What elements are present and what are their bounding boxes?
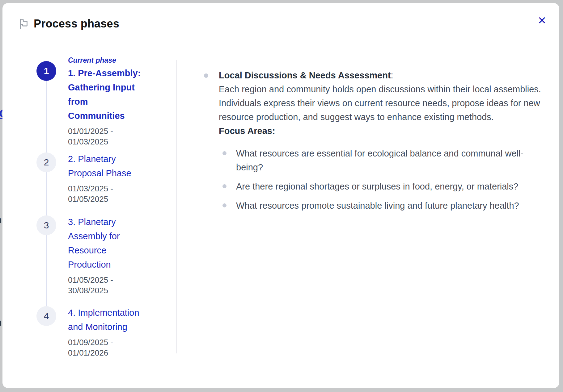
step-4-dates: 01/09/2025 - 01/01/2026 bbox=[68, 337, 146, 358]
section-paragraph: Each region and community holds open dis… bbox=[219, 82, 551, 124]
detail-text-block: Local Discussions & Needs Assessment: Ea… bbox=[219, 69, 552, 138]
bullet-icon bbox=[222, 151, 226, 155]
stepper-step-2[interactable]: 2 2. Planetary Proposal Phase 01/03/2025… bbox=[36, 152, 146, 204]
focus-areas-list: What resources are essential for ecologi… bbox=[222, 147, 552, 213]
phase-stepper: 1 Current phase 1. Pre-Assembly: Gatheri… bbox=[36, 56, 155, 359]
focus-area-text: Are there regional shortages or surpluse… bbox=[236, 181, 518, 191]
focus-area-item: What resources are essential for ecologi… bbox=[222, 147, 541, 174]
stepper-step-4[interactable]: 4 4. Implementation and Monitoring 01/09… bbox=[36, 306, 146, 358]
current-phase-badge: Current phase bbox=[68, 56, 146, 65]
stepper-step-3[interactable]: 3 3. Planetary Assembly for Resource Pro… bbox=[36, 215, 146, 296]
section-heading-colon: : bbox=[391, 70, 393, 80]
step-4-title[interactable]: 4. Implementation and Monitoring bbox=[68, 306, 146, 334]
step-2-text: 2. Planetary Proposal Phase 01/03/2025 -… bbox=[68, 152, 146, 204]
step-3-title[interactable]: 3. Planetary Assembly for Resource Produ… bbox=[68, 215, 146, 272]
step-3-text: 3. Planetary Assembly for Resource Produ… bbox=[68, 215, 146, 296]
section-heading: Local Discussions & Needs Assessment bbox=[219, 70, 391, 80]
bullet-icon bbox=[204, 73, 208, 78]
step-2-circle[interactable]: 2 bbox=[36, 152, 56, 172]
focus-area-text: What resources are essential for ecologi… bbox=[236, 148, 523, 172]
step-4-text: 4. Implementation and Monitoring 01/09/2… bbox=[68, 306, 146, 358]
step-4-circle[interactable]: 4 bbox=[36, 306, 56, 326]
background-text-fragment: n bbox=[0, 317, 2, 328]
column-separator bbox=[176, 60, 177, 353]
bullet-icon bbox=[222, 184, 226, 188]
focus-area-item: What resources promote sustainable livin… bbox=[222, 199, 541, 213]
step-2-dates: 01/03/2025 - 01/05/2025 bbox=[68, 183, 146, 204]
step-3-dates: 01/05/2025 - 30/08/2025 bbox=[68, 275, 146, 296]
step-1-title[interactable]: 1. Pre-Assembly: Gathering Input from Co… bbox=[68, 66, 146, 123]
step-2-title[interactable]: 2. Planetary Proposal Phase bbox=[68, 152, 146, 180]
modal-title: Process phases bbox=[34, 17, 119, 30]
modal-header: Process phases ✕ bbox=[2, 3, 559, 37]
process-phases-modal: Process phases ✕ 1 Current phase 1. Pre-… bbox=[2, 3, 559, 388]
flag-icon bbox=[17, 17, 30, 30]
bullet-icon bbox=[222, 203, 226, 207]
stepper-step-1[interactable]: 1 Current phase 1. Pre-Assembly: Gatheri… bbox=[36, 56, 146, 147]
step-1-text: Current phase 1. Pre-Assembly: Gathering… bbox=[68, 56, 146, 147]
background-text-fragment: n bbox=[0, 214, 2, 226]
phase-details: Local Discussions & Needs Assessment: Ea… bbox=[204, 69, 552, 218]
step-3-circle[interactable]: 3 bbox=[36, 215, 56, 235]
focus-areas-heading: Focus Areas: bbox=[219, 124, 552, 138]
focus-area-item: Are there regional shortages or surpluse… bbox=[222, 180, 541, 194]
close-icon[interactable]: ✕ bbox=[535, 14, 549, 27]
phase-detail-item: Local Discussions & Needs Assessment: Ea… bbox=[204, 69, 552, 213]
focus-area-text: What resources promote sustainable livin… bbox=[236, 201, 519, 211]
step-1-circle[interactable]: 1 bbox=[36, 61, 56, 81]
step-1-dates: 01/01/2025 - 01/03/2025 bbox=[68, 126, 146, 147]
